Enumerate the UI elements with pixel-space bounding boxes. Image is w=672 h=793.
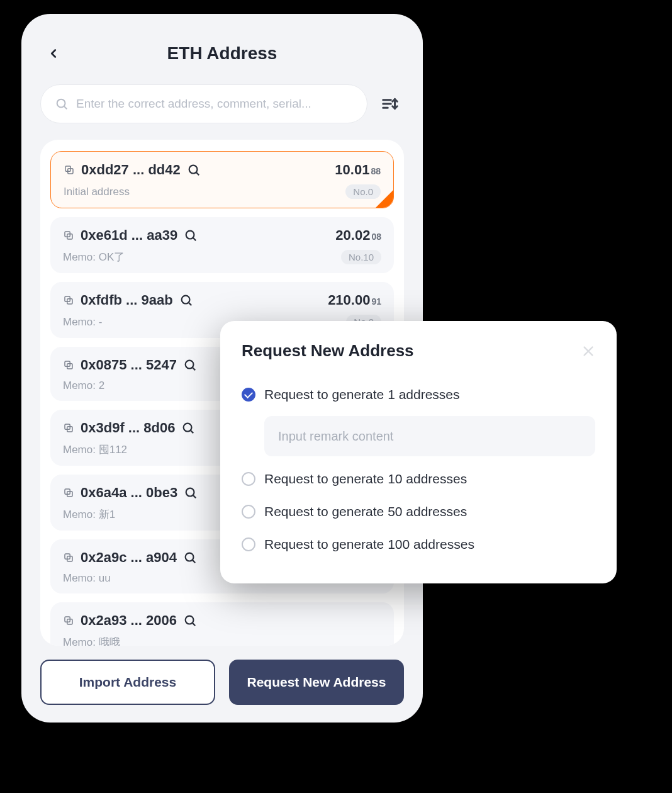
svg-line-33 <box>193 560 195 563</box>
generate-option[interactable]: Request to generate 1 addresses <box>242 378 595 411</box>
generate-option[interactable]: Request to generate 100 addresses <box>242 528 595 561</box>
svg-line-25 <box>191 430 194 433</box>
generate-option[interactable]: Request to generate 10 addresses <box>242 463 595 495</box>
lookup-icon[interactable] <box>183 358 197 372</box>
svg-line-37 <box>193 623 195 626</box>
lookup-icon[interactable] <box>181 421 195 435</box>
memo-text: Memo: 2 <box>63 380 104 392</box>
svg-line-21 <box>193 368 195 370</box>
address-text: 0xe61d ... aa39 <box>81 227 177 244</box>
option-label: Request to generate 10 addresses <box>264 471 467 486</box>
svg-point-32 <box>186 553 194 561</box>
svg-line-17 <box>189 303 191 305</box>
memo-text: Memo: uu <box>63 572 111 585</box>
lookup-icon[interactable] <box>187 163 201 177</box>
memo-text: Memo: 新1 <box>63 507 115 522</box>
address-row: 0xe61d ... aa3920.0208 <box>63 227 381 244</box>
index-badge: No.10 <box>341 250 381 264</box>
search-icon <box>55 97 69 111</box>
svg-line-9 <box>196 172 199 175</box>
radio-icon <box>242 472 255 486</box>
memo-text: Initial address <box>64 186 130 198</box>
copy-icon[interactable] <box>63 487 74 498</box>
chevron-left-icon <box>47 47 60 60</box>
sort-button[interactable] <box>376 90 404 118</box>
balance: 20.0208 <box>335 227 381 244</box>
address-card[interactable]: 0xe61d ... aa3920.0208Memo: OK了No.10 <box>50 217 394 273</box>
balance: 210.0091 <box>328 292 381 308</box>
modal-title: Request New Address <box>242 341 414 361</box>
svg-line-1 <box>64 106 67 109</box>
copy-icon[interactable] <box>63 615 74 626</box>
memo-text: Memo: OK了 <box>63 250 125 264</box>
memo-row: Initial addressNo.0 <box>64 184 381 199</box>
svg-point-20 <box>186 361 194 369</box>
request-new-address-modal: Request New Address Request to generate … <box>220 321 617 583</box>
modal-close-button[interactable] <box>581 344 595 358</box>
close-icon <box>581 344 595 358</box>
search-row <box>21 76 423 128</box>
remark-input[interactable] <box>278 429 581 444</box>
svg-point-36 <box>186 616 194 624</box>
remark-input-wrap[interactable] <box>264 416 595 456</box>
radio-icon <box>242 537 255 551</box>
address-row: 0xdd27 ... dd4210.0188 <box>64 162 381 178</box>
lookup-icon[interactable] <box>183 614 197 627</box>
search-input[interactable] <box>76 97 353 111</box>
address-card[interactable]: 0xdd27 ... dd4210.0188Initial addressNo.… <box>50 151 394 208</box>
sort-icon <box>381 94 400 113</box>
index-badge: No.0 <box>345 184 381 199</box>
address-text: 0x2a93 ... 2006 <box>81 612 177 629</box>
lookup-icon[interactable] <box>179 293 193 307</box>
svg-point-24 <box>184 424 192 432</box>
address-text: 0x2a9c ... a904 <box>81 549 177 566</box>
copy-icon[interactable] <box>63 422 74 434</box>
memo-row: Memo: 哦哦 <box>63 635 381 646</box>
search-box[interactable] <box>40 84 367 123</box>
header: ETH Address <box>21 31 423 76</box>
svg-point-12 <box>186 231 194 239</box>
memo-text: Memo: - <box>63 316 102 329</box>
radio-icon <box>242 388 255 402</box>
option-label: Request to generate 100 addresses <box>264 537 474 552</box>
copy-icon[interactable] <box>64 164 75 176</box>
lookup-icon[interactable] <box>183 551 197 565</box>
address-text: 0x6a4a ... 0be3 <box>81 485 177 501</box>
address-text: 0x3d9f ... 8d06 <box>81 420 175 436</box>
import-address-button[interactable]: Import Address <box>40 660 215 705</box>
option-label: Request to generate 1 addresses <box>264 387 460 402</box>
address-text: 0xfdfb ... 9aab <box>81 292 173 308</box>
svg-point-8 <box>189 166 197 174</box>
request-new-address-button[interactable]: Request New Address <box>229 660 404 705</box>
memo-text: Memo: 囤112 <box>63 442 127 457</box>
copy-icon[interactable] <box>63 295 74 306</box>
copy-icon[interactable] <box>63 359 74 371</box>
address-card[interactable]: 0x2a93 ... 2006Memo: 哦哦 <box>50 602 394 646</box>
modal-header: Request New Address <box>242 341 595 361</box>
svg-point-0 <box>57 99 65 108</box>
option-label: Request to generate 50 addresses <box>264 504 467 519</box>
lookup-icon[interactable] <box>184 486 198 500</box>
svg-line-29 <box>193 495 196 498</box>
address-text: 0x0875 ... 5247 <box>81 357 177 373</box>
back-button[interactable] <box>45 45 62 62</box>
svg-point-28 <box>186 488 194 497</box>
footer: Import Address Request New Address <box>21 646 423 723</box>
page-title: ETH Address <box>167 43 277 64</box>
lookup-icon[interactable] <box>184 228 198 242</box>
generate-option[interactable]: Request to generate 50 addresses <box>242 495 595 528</box>
svg-line-13 <box>193 238 196 240</box>
balance: 10.0188 <box>335 162 381 178</box>
address-row: 0xfdfb ... 9aab210.0091 <box>63 292 381 308</box>
address-text: 0xdd27 ... dd42 <box>81 162 181 178</box>
memo-row: Memo: OK了No.10 <box>63 250 381 264</box>
address-row: 0x2a93 ... 2006 <box>63 612 381 629</box>
copy-icon[interactable] <box>63 552 74 563</box>
svg-point-16 <box>181 296 189 304</box>
copy-icon[interactable] <box>63 230 74 241</box>
memo-text: Memo: 哦哦 <box>63 635 120 646</box>
radio-icon <box>242 505 255 519</box>
